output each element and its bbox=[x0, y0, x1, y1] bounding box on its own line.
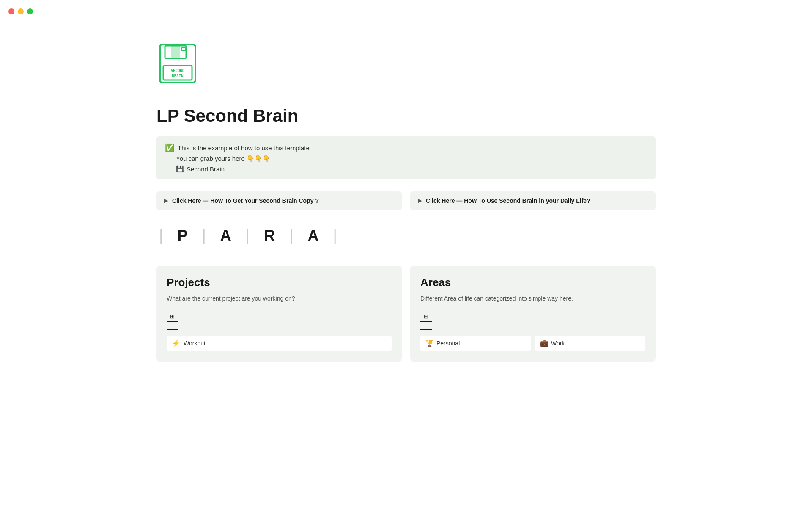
callout-link-line: 💾 Second Brain bbox=[176, 165, 647, 173]
toggle-arrow-1: ▶ bbox=[164, 198, 168, 204]
list-item[interactable]: ⚡ Workout bbox=[167, 336, 392, 351]
second-brain-link-icon: 💾 bbox=[176, 165, 184, 173]
areas-gallery-tab[interactable]: ⊞ bbox=[420, 312, 432, 322]
projects-section: Projects What are the current project ar… bbox=[156, 266, 402, 362]
toggle-get-copy[interactable]: ▶ Click Here — How To Get Your Second Br… bbox=[156, 191, 402, 210]
main-content: SECOND BRAIN LP Second Brain ✅ This is t… bbox=[131, 0, 681, 387]
workout-icon: ⚡ bbox=[172, 339, 180, 347]
projects-description: What are the current project are you wor… bbox=[167, 294, 392, 303]
areas-view-tabs: ⊞ bbox=[420, 312, 645, 322]
para-heading: | P | A | R | A | bbox=[156, 227, 656, 245]
page-title: LP Second Brain bbox=[156, 106, 656, 126]
projects-underline bbox=[167, 329, 178, 330]
minimize-button[interactable] bbox=[18, 8, 24, 14]
projects-title: Projects bbox=[167, 276, 392, 289]
gallery-icon: ⊞ bbox=[170, 313, 175, 320]
checkbox-icon: ✅ bbox=[165, 143, 174, 152]
personal-icon: 🏆 bbox=[425, 339, 434, 347]
maximize-button[interactable] bbox=[27, 8, 33, 14]
callout-box: ✅ This is the example of how to use this… bbox=[156, 136, 656, 179]
svg-text:BRAIN: BRAIN bbox=[172, 74, 183, 78]
traffic-lights bbox=[8, 8, 33, 14]
svg-rect-6 bbox=[182, 47, 185, 51]
toggle-arrow-2: ▶ bbox=[418, 198, 422, 204]
areas-cards-row: 🏆 Personal 💼 Work bbox=[420, 336, 645, 351]
page-icon: SECOND BRAIN bbox=[156, 42, 207, 93]
areas-gallery-icon: ⊞ bbox=[424, 313, 428, 320]
projects-view-tabs: ⊞ bbox=[167, 312, 392, 322]
svg-rect-2 bbox=[171, 46, 180, 58]
toggle-daily-life[interactable]: ▶ Click Here — How To Use Second Brain i… bbox=[410, 191, 656, 210]
work-area-card[interactable]: 💼 Work bbox=[535, 336, 645, 351]
second-brain-link[interactable]: 💾 Second Brain bbox=[176, 165, 225, 173]
callout-line-2: You can grab yours here 👇👇👇 bbox=[165, 155, 647, 163]
callout-line-1: ✅ This is the example of how to use this… bbox=[165, 143, 647, 152]
areas-title: Areas bbox=[420, 276, 645, 289]
areas-underline bbox=[420, 329, 432, 330]
areas-description: Different Area of life can categorized i… bbox=[420, 294, 645, 303]
svg-text:SECOND: SECOND bbox=[171, 69, 185, 73]
work-icon: 💼 bbox=[540, 339, 549, 347]
areas-section: Areas Different Area of life can categor… bbox=[410, 266, 656, 362]
close-button[interactable] bbox=[8, 8, 14, 14]
sections-row: Projects What are the current project ar… bbox=[156, 266, 656, 362]
personal-area-card[interactable]: 🏆 Personal bbox=[420, 336, 531, 351]
projects-gallery-tab[interactable]: ⊞ bbox=[167, 312, 178, 322]
toggles-row: ▶ Click Here — How To Get Your Second Br… bbox=[156, 191, 656, 210]
